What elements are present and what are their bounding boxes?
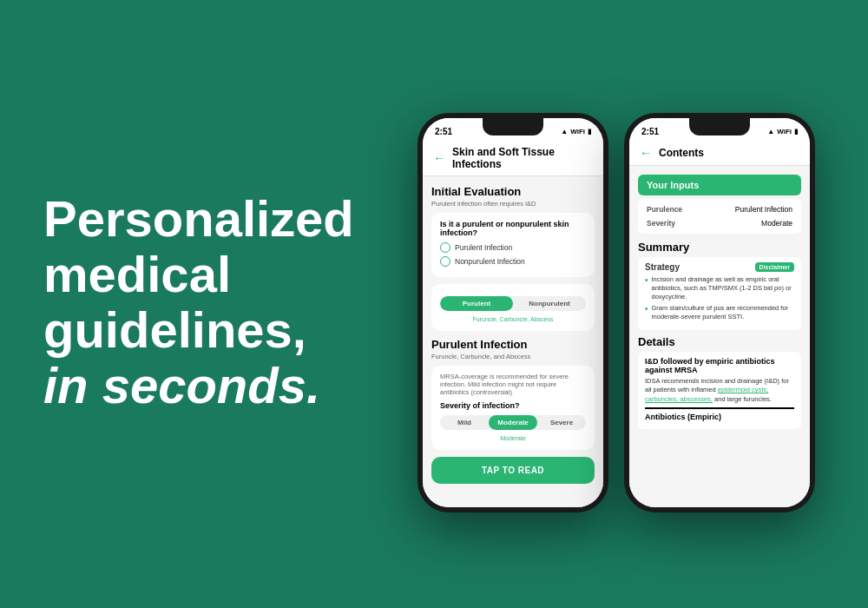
hero-text-block: Personalized medical guidelines, in seco… <box>0 139 365 468</box>
strategy-label: Strategy <box>645 262 680 272</box>
input-label-purulence: Purulence <box>647 205 682 214</box>
selector-row-1: Purulent Nonpurulent <box>440 296 586 311</box>
selector-sublabel-1: Furuncle, Carbuncle, Abscess <box>440 316 586 322</box>
input-value-purulence: Purulent Infection <box>735 205 792 214</box>
headline-line2: medical <box>43 246 231 302</box>
headline-line1: Personalized <box>43 190 354 247</box>
section-title-2: Purulent Infection <box>431 338 595 351</box>
selector-opt-nonpurulent[interactable]: Nonpurulent <box>513 296 586 311</box>
severity-question: Severity of infection? <box>440 401 586 410</box>
disclaimer-badge[interactable]: Disclaimer <box>755 262 794 272</box>
summary-title: Summary <box>638 241 801 254</box>
bullet-text-1: Incision and drainage as well as empiric… <box>652 275 794 301</box>
strategy-row: Strategy Disclaimer <box>645 262 794 272</box>
option-circle-2 <box>440 256 450 267</box>
phone-notch <box>483 118 543 135</box>
option-label-1: Purulent Infection <box>455 243 512 252</box>
headline-line4: in seconds. <box>43 357 320 413</box>
phone-1: 2:51 ▲ WiFi ▮ ← Skin and Soft Tissue Inf… <box>418 113 608 512</box>
severity-selector: Mild Moderate Severe <box>440 415 586 430</box>
phones-container: 2:51 ▲ WiFi ▮ ← Skin and Soft Tissue Inf… <box>365 96 868 512</box>
option-nonpurulent[interactable]: Nonpurulent Infection <box>440 256 586 267</box>
status-time-1: 2:51 <box>435 127 452 136</box>
section-subtitle-2: Furuncle, Carbuncle, and Abscess <box>431 353 595 360</box>
antibiotics-label: Antibiotics (Empiric) <box>645 413 794 421</box>
bullet-text-2: Gram stain/culture of pus are recommende… <box>652 304 794 321</box>
details-title: Details <box>638 335 801 348</box>
status-icons-2: ▲ WiFi ▮ <box>767 128 798 135</box>
bullet-1: • Incision and drainage as well as empir… <box>645 275 794 301</box>
your-inputs-header: Your Inputs <box>638 175 801 195</box>
phone-2: 2:51 ▲ WiFi ▮ ← Contents Your Inputs Pur… <box>624 113 815 512</box>
headline-line3: guidelines, <box>43 301 306 358</box>
nav-title-2: Contents <box>659 147 704 159</box>
severity-mild[interactable]: Mild <box>440 415 489 430</box>
details-end: and large furuncles. <box>714 395 772 403</box>
bullet-dot-1: • <box>645 274 648 301</box>
input-value-severity: Moderate <box>761 219 792 228</box>
selector-opt-purulent[interactable]: Purulent <box>440 296 513 311</box>
severity-card: MRSA-coverage is recommended for severe … <box>431 366 595 450</box>
section-title-1: Initial Evaluation <box>431 185 595 198</box>
input-row-severity: Severity Moderate <box>643 216 796 230</box>
bullet-dot-2: • <box>645 303 648 321</box>
section-subtitle-1: Purulent infection often requires I&D <box>431 200 595 208</box>
divider <box>645 407 794 409</box>
severity-sublabel: Moderate <box>440 435 586 441</box>
nav-bar-2: ← Contents <box>629 141 810 166</box>
screen-content-2: Your Inputs Purulence Purulent Infection… <box>629 166 810 507</box>
input-label-severity: Severity <box>647 219 675 228</box>
nav-title-1: Skin and Soft Tissue Infections <box>452 146 593 170</box>
back-button-1[interactable]: ← <box>433 151 445 165</box>
option-purulent[interactable]: Purulent Infection <box>440 242 586 253</box>
back-button-2[interactable]: ← <box>640 146 652 160</box>
severity-severe[interactable]: Severe <box>537 415 586 430</box>
tap-to-read-button[interactable]: TAP TO READ <box>431 457 595 484</box>
input-row-purulence: Purulence Purulent Infection <box>643 202 796 216</box>
phone-notch-2 <box>689 118 750 135</box>
phone-2-screen: 2:51 ▲ WiFi ▮ ← Contents Your Inputs Pur… <box>629 118 810 507</box>
status-time-2: 2:51 <box>641 127 659 136</box>
bullet-2: • Gram stain/culture of pus are recommen… <box>645 304 794 321</box>
selector-card-1: Purulent Nonpurulent Furuncle, Carbuncle… <box>431 284 595 331</box>
nav-bar-1: ← Skin and Soft Tissue Infections <box>423 141 603 176</box>
severity-moderate[interactable]: Moderate <box>489 415 537 430</box>
details-body: IDSA recommends incision and drainage (I… <box>645 377 794 405</box>
details-sub: I&D followed by empiric antibiotics agai… <box>645 357 794 374</box>
option-circle-1 <box>440 242 450 253</box>
mrsa-note: MRSA-coverage is recommended for severe … <box>440 373 586 396</box>
screen-content-1: Initial Evaluation Purulent infection of… <box>423 176 603 507</box>
option-label-2: Nonpurulent Infection <box>455 257 525 266</box>
question-text-1: Is it a purulent or nonpurulent skin inf… <box>440 220 586 237</box>
phone-1-screen: 2:51 ▲ WiFi ▮ ← Skin and Soft Tissue Inf… <box>423 118 603 507</box>
status-icons-1: ▲ WiFi ▮ <box>561 128 591 135</box>
question-card-1: Is it a purulent or nonpurulent skin inf… <box>431 213 595 277</box>
